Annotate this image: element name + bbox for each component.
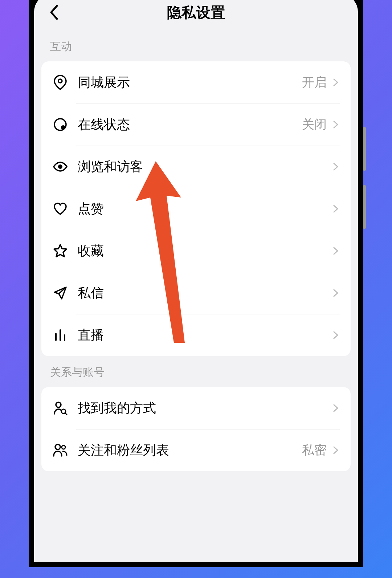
chevron-left-icon xyxy=(49,4,59,20)
row-online-status[interactable]: 在线状态 关闭 xyxy=(41,103,351,146)
row-follow-fans[interactable]: 关注和粉丝列表 私密 xyxy=(41,429,351,471)
status-dot-icon xyxy=(52,117,68,133)
row-label: 找到我的方式 xyxy=(78,399,332,417)
send-icon xyxy=(52,285,68,301)
row-find-me[interactable]: 找到我的方式 xyxy=(41,387,351,429)
row-favorite[interactable]: 收藏 xyxy=(41,230,351,272)
chevron-right-icon xyxy=(332,247,340,255)
content: 互动 同城展示 开启 在线状态 关闭 xyxy=(34,30,358,471)
row-label: 浏览和访客 xyxy=(78,158,332,176)
page-title: 隐私设置 xyxy=(167,3,225,23)
svg-point-3 xyxy=(58,164,62,169)
phone-side-buttons xyxy=(363,127,366,243)
chevron-right-icon xyxy=(332,163,340,171)
row-label: 同城展示 xyxy=(78,74,302,91)
location-icon xyxy=(52,74,68,90)
chevron-right-icon xyxy=(332,446,340,454)
row-message[interactable]: 私信 xyxy=(41,272,351,314)
svg-point-2 xyxy=(61,125,65,130)
chevron-right-icon xyxy=(332,205,340,213)
chevron-right-icon xyxy=(332,331,340,339)
section-card-relation: 找到我的方式 关注和粉丝列表 私密 xyxy=(41,387,351,471)
row-label: 收藏 xyxy=(78,242,332,260)
svg-line-9 xyxy=(65,413,67,415)
eye-icon xyxy=(52,159,68,175)
screen: 隐私设置 互动 同城展示 开启 在线状态 xyxy=(34,0,358,562)
chevron-right-icon xyxy=(332,289,340,297)
heart-icon xyxy=(52,201,68,217)
row-browse-visitors[interactable]: 浏览和访客 xyxy=(41,146,351,188)
row-label: 直播 xyxy=(78,326,332,344)
section-label-relation: 关系与账号 xyxy=(41,356,351,387)
chevron-right-icon xyxy=(332,121,340,129)
back-button[interactable] xyxy=(45,3,63,21)
row-label: 点赞 xyxy=(78,200,332,218)
bars-icon xyxy=(52,327,68,343)
section-card-interaction: 同城展示 开启 在线状态 关闭 浏览和访客 xyxy=(41,61,351,356)
row-like[interactable]: 点赞 xyxy=(41,188,351,230)
row-value: 私密 xyxy=(302,442,327,459)
chevron-right-icon xyxy=(332,78,340,86)
chevron-right-icon xyxy=(332,404,340,412)
row-value: 关闭 xyxy=(302,116,327,133)
row-label: 关注和粉丝列表 xyxy=(78,441,302,459)
section-label-interaction: 互动 xyxy=(41,30,351,61)
people-icon xyxy=(52,442,68,458)
person-search-icon xyxy=(52,400,68,416)
row-value: 开启 xyxy=(302,74,327,91)
row-label: 私信 xyxy=(78,284,332,302)
svg-point-0 xyxy=(58,79,62,83)
row-label: 在线状态 xyxy=(78,116,302,134)
row-same-city[interactable]: 同城展示 开启 xyxy=(41,61,351,103)
phone-frame: 隐私设置 互动 同城展示 开启 在线状态 xyxy=(29,0,363,567)
svg-point-11 xyxy=(62,445,65,449)
svg-point-7 xyxy=(56,402,61,407)
star-icon xyxy=(52,243,68,259)
row-live[interactable]: 直播 xyxy=(41,314,351,356)
svg-point-10 xyxy=(55,444,60,449)
header: 隐私设置 xyxy=(34,0,358,30)
